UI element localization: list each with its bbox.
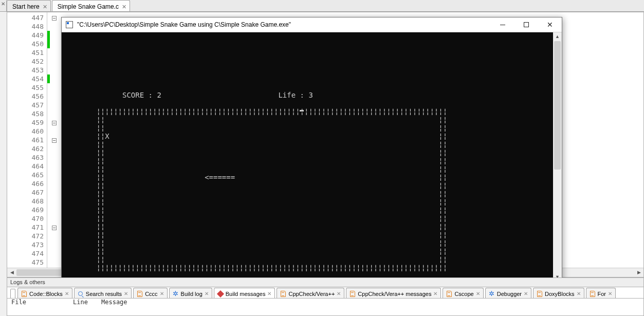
log-tab-build-log[interactable]: ✲Build log✕ [169, 288, 212, 298]
log-tab-doxyblocks[interactable]: DoxyBlocks✕ [533, 288, 584, 298]
close-icon[interactable]: ✕ [65, 291, 69, 296]
console-output[interactable]: SCORE : 2 Life : 3 ¦¦¦¦¦¦¦¦¦¦¦¦¦¦¦¦¦¦¦¦¦… [62, 32, 553, 282]
tab-source-file[interactable]: Simple Snake Game.c ✕ [52, 0, 130, 11]
log-tab-for[interactable]: For✕ [586, 288, 616, 298]
line-number: 453 [32, 66, 44, 74]
tab-start-here[interactable]: Start here ✕ [7, 0, 51, 11]
fold-toggle[interactable] [52, 226, 57, 230]
tab-label: Simple Snake Game.c [58, 3, 119, 10]
line-number: 459 [32, 119, 44, 126]
log-tab-label: Cscope [454, 291, 473, 297]
log-tab-search-results[interactable]: Search results✕ [74, 288, 132, 298]
fold-toggle[interactable] [52, 16, 57, 21]
close-icon[interactable]: ✕ [577, 291, 581, 296]
scroll-thumb[interactable] [554, 41, 561, 170]
close-icon[interactable]: ✕ [43, 4, 47, 10]
close-button[interactable]: ✕ [538, 17, 562, 32]
document-icon [21, 291, 27, 297]
line-number: 473 [32, 241, 44, 249]
log-tab-cscope[interactable]: Cscope✕ [443, 288, 483, 298]
change-marker [47, 31, 50, 48]
fold-column [50, 12, 60, 268]
close-icon[interactable]: ✕ [433, 291, 437, 296]
scroll-tabs-left[interactable] [10, 289, 15, 298]
logs-panel: Logs & others Code::Blocks✕Search result… [7, 277, 644, 316]
line-number: 468 [32, 197, 44, 205]
maximize-button[interactable] [514, 17, 538, 32]
search-icon [78, 291, 84, 297]
line-number: 472 [32, 232, 44, 240]
line-number: 448 [32, 23, 44, 30]
close-icon[interactable]: ✕ [267, 291, 271, 296]
line-number: 447 [32, 14, 44, 22]
log-tab-label: Build log [181, 291, 203, 297]
line-number: 461 [32, 136, 44, 144]
close-icon[interactable]: ✕ [608, 291, 612, 296]
log-tab-debugger[interactable]: ✲Debugger✕ [485, 288, 531, 298]
line-number: 463 [32, 154, 44, 161]
line-number: 464 [32, 162, 44, 170]
log-tab-cppcheck-vera-messages[interactable]: CppCheck/Vera++ messages✕ [346, 288, 441, 298]
maximize-icon [524, 22, 529, 27]
fold-toggle[interactable] [52, 121, 57, 125]
line-number: 454 [32, 75, 44, 83]
log-tab-label: CppCheck/Vera++ messages [358, 291, 431, 297]
line-number: 451 [32, 49, 44, 57]
log-tab-build-messages[interactable]: Build messages✕ [214, 288, 275, 298]
line-number: 469 [32, 206, 44, 214]
log-tab-label: Search results [86, 291, 122, 297]
log-tab-code-blocks[interactable]: Code::Blocks✕ [17, 288, 72, 298]
log-tab-cppcheck-vera-[interactable]: CppCheck/Vera++✕ [277, 288, 344, 298]
line-number: 456 [32, 92, 44, 100]
vertical-scrollbar[interactable]: ▲ ▼ [553, 32, 562, 282]
close-icon: ✕ [547, 21, 553, 28]
logs-title: Logs & others [7, 278, 643, 287]
log-tab-label: For [598, 291, 606, 297]
line-number: 466 [32, 180, 44, 188]
line-number: 467 [32, 189, 44, 196]
document-icon [537, 291, 543, 297]
close-icon[interactable]: ✕ [122, 4, 126, 10]
gear-icon: ✲ [489, 291, 495, 297]
close-icon[interactable]: ✕ [1, 1, 5, 7]
line-number: 458 [32, 110, 44, 118]
close-icon[interactable]: ✕ [337, 291, 341, 296]
line-number: 462 [32, 145, 44, 153]
tab-label: Start here [12, 3, 40, 10]
line-number: 474 [32, 250, 44, 257]
col-file: File [11, 299, 73, 307]
app-icon [66, 21, 73, 28]
scroll-left-icon[interactable]: ◀ [7, 268, 16, 277]
log-tab-label: Debugger [497, 291, 522, 297]
line-gutter: 4474484494504514524534544554564574584594… [7, 12, 47, 268]
change-marker [47, 75, 50, 83]
line-number: 471 [32, 224, 44, 231]
document-icon [446, 291, 452, 297]
document-icon [349, 291, 356, 297]
sidebar-handle[interactable]: ✕ [0, 0, 7, 11]
close-icon[interactable]: ✕ [160, 291, 164, 296]
line-number: 457 [32, 101, 44, 109]
close-icon[interactable]: ✕ [205, 291, 209, 296]
console-titlebar[interactable]: "C:\Users\PC\Desktop\Simple Snake Game u… [62, 17, 562, 32]
document-icon [137, 291, 143, 297]
text-cursor [300, 110, 304, 111]
close-icon[interactable]: ✕ [124, 291, 128, 296]
minimize-button[interactable] [491, 17, 514, 32]
log-tab-label: Cccc [145, 291, 157, 297]
console-window: "C:\Users\PC\Desktop\Simple Snake Game u… [61, 17, 562, 282]
fold-toggle[interactable] [52, 138, 57, 143]
close-icon[interactable]: ✕ [476, 291, 480, 296]
close-icon[interactable]: ✕ [524, 291, 528, 296]
line-number: 450 [32, 40, 44, 48]
minimize-icon [500, 25, 505, 25]
build-messages-grid[interactable]: File Line Message [7, 299, 643, 315]
scroll-up-icon[interactable]: ▲ [553, 32, 562, 41]
scroll-right-icon[interactable]: ▶ [634, 268, 643, 277]
gear-icon: ✲ [173, 291, 179, 297]
line-number: 475 [32, 258, 44, 266]
line-number: 460 [32, 127, 44, 135]
grid-header: File Line Message [7, 299, 643, 307]
col-message: Message [101, 299, 127, 307]
log-tab-cccc[interactable]: Cccc✕ [133, 288, 167, 298]
